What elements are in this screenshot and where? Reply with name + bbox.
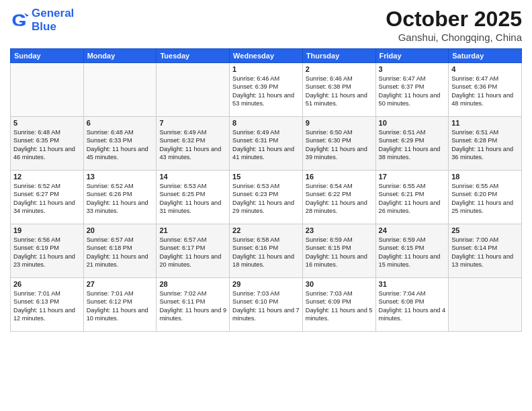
day-info: Daylight: 11 hours and 7 minutes. xyxy=(232,306,300,323)
day-info: Sunrise: 6:59 AM xyxy=(306,236,373,244)
day-info: Sunrise: 6:51 AM xyxy=(379,128,446,136)
day-number: 17 xyxy=(379,173,446,181)
day-info: Sunrise: 6:53 AM xyxy=(232,182,300,190)
day-info: Sunset: 6:28 PM xyxy=(451,136,519,144)
calendar-cell: 7Sunrise: 6:49 AMSunset: 6:32 PMDaylight… xyxy=(157,117,230,171)
col-friday: Friday xyxy=(375,49,449,63)
title-area: October 2025 Ganshui, Chongqing, China xyxy=(386,7,522,43)
day-number: 27 xyxy=(87,280,154,288)
day-info: Sunset: 6:14 PM xyxy=(451,244,519,252)
day-info: Sunset: 6:26 PM xyxy=(87,190,154,198)
day-info: Daylight: 11 hours and 18 minutes. xyxy=(232,253,300,269)
day-info: Daylight: 11 hours and 34 minutes. xyxy=(13,199,81,216)
day-info: Daylight: 11 hours and 25 minutes. xyxy=(451,199,519,216)
calendar-cell: 5Sunrise: 6:48 AMSunset: 6:35 PMDaylight… xyxy=(11,117,84,171)
calendar-cell: 15Sunrise: 6:53 AMSunset: 6:23 PMDayligh… xyxy=(230,171,303,224)
calendar-cell: 3Sunrise: 6:47 AMSunset: 6:37 PMDaylight… xyxy=(375,63,449,117)
day-info: Sunset: 6:27 PM xyxy=(13,190,81,198)
calendar-cell: 10Sunrise: 6:51 AMSunset: 6:29 PMDayligh… xyxy=(375,117,449,171)
calendar-cell: 22Sunrise: 6:58 AMSunset: 6:16 PMDayligh… xyxy=(230,224,303,278)
col-monday: Monday xyxy=(83,49,157,63)
day-info: Sunrise: 6:55 AM xyxy=(379,182,446,190)
day-info: Sunset: 6:39 PM xyxy=(232,83,300,91)
calendar-week-2: 5Sunrise: 6:48 AMSunset: 6:35 PMDaylight… xyxy=(11,117,522,171)
day-info: Sunset: 6:33 PM xyxy=(87,136,154,144)
calendar-week-4: 19Sunrise: 6:56 AMSunset: 6:19 PMDayligh… xyxy=(11,224,522,278)
day-info: Daylight: 11 hours and 15 minutes. xyxy=(379,253,446,269)
day-number: 22 xyxy=(232,226,300,234)
day-info: Daylight: 11 hours and 38 minutes. xyxy=(379,145,446,162)
day-info: Sunrise: 6:57 AM xyxy=(159,236,226,244)
calendar-cell: 31Sunrise: 7:04 AMSunset: 6:08 PMDayligh… xyxy=(375,278,449,332)
day-info: Sunrise: 7:01 AM xyxy=(87,289,154,298)
day-number: 7 xyxy=(159,119,226,127)
calendar-cell: 20Sunrise: 6:57 AMSunset: 6:18 PMDayligh… xyxy=(83,224,157,278)
day-info: Sunrise: 6:48 AM xyxy=(87,128,154,136)
day-info: Daylight: 11 hours and 21 minutes. xyxy=(87,253,154,269)
day-info: Sunrise: 6:49 AM xyxy=(159,128,226,136)
day-info: Sunrise: 7:01 AM xyxy=(13,289,81,298)
day-info: Sunset: 6:31 PM xyxy=(232,136,300,144)
day-number: 20 xyxy=(87,226,154,234)
day-info: Sunset: 6:17 PM xyxy=(159,244,226,252)
day-info: Sunset: 6:09 PM xyxy=(306,298,373,306)
calendar-cell: 29Sunrise: 7:03 AMSunset: 6:10 PMDayligh… xyxy=(230,278,303,332)
day-info: Sunset: 6:15 PM xyxy=(306,244,373,252)
day-info: Sunrise: 6:52 AM xyxy=(87,182,154,190)
day-info: Sunset: 6:38 PM xyxy=(306,83,373,91)
calendar-cell: 4Sunrise: 6:47 AMSunset: 6:36 PMDaylight… xyxy=(449,63,522,117)
day-info: Sunset: 6:20 PM xyxy=(451,190,519,198)
col-saturday: Saturday xyxy=(449,49,522,63)
calendar-cell: 30Sunrise: 7:03 AMSunset: 6:09 PMDayligh… xyxy=(302,278,375,332)
day-number: 6 xyxy=(87,119,154,127)
day-info: Sunset: 6:22 PM xyxy=(306,190,373,198)
day-info: Daylight: 11 hours and 26 minutes. xyxy=(379,199,446,216)
calendar-cell: 14Sunrise: 6:53 AMSunset: 6:25 PMDayligh… xyxy=(157,171,230,224)
day-info: Sunset: 6:32 PM xyxy=(159,136,226,144)
calendar-cell: 16Sunrise: 6:54 AMSunset: 6:22 PMDayligh… xyxy=(302,171,375,224)
day-number: 15 xyxy=(232,173,300,181)
day-number: 31 xyxy=(379,280,446,288)
day-info: Daylight: 11 hours and 45 minutes. xyxy=(87,145,154,162)
day-info: Daylight: 11 hours and 50 minutes. xyxy=(379,91,446,108)
day-info: Sunset: 6:30 PM xyxy=(306,136,373,144)
day-info: Sunrise: 6:55 AM xyxy=(451,182,519,190)
day-info: Sunrise: 6:51 AM xyxy=(451,128,519,136)
day-number: 14 xyxy=(159,173,226,181)
day-number: 3 xyxy=(379,65,446,73)
day-info: Sunset: 6:10 PM xyxy=(232,298,300,306)
day-info: Daylight: 11 hours and 23 minutes. xyxy=(13,253,81,269)
page: General Blue October 2025 Ganshui, Chong… xyxy=(0,0,532,411)
calendar-cell: 24Sunrise: 6:59 AMSunset: 6:15 PMDayligh… xyxy=(375,224,449,278)
day-number: 23 xyxy=(306,226,373,234)
calendar-cell: 19Sunrise: 6:56 AMSunset: 6:19 PMDayligh… xyxy=(11,224,84,278)
day-info: Daylight: 11 hours and 20 minutes. xyxy=(159,253,226,269)
day-info: Sunrise: 7:02 AM xyxy=(159,289,226,298)
logo: General Blue xyxy=(10,7,74,34)
day-info: Sunset: 6:23 PM xyxy=(232,190,300,198)
day-info: Sunrise: 6:56 AM xyxy=(13,236,81,244)
day-info: Sunrise: 6:59 AM xyxy=(379,236,446,244)
day-info: Sunset: 6:12 PM xyxy=(87,298,154,306)
day-info: Sunset: 6:13 PM xyxy=(13,298,81,306)
calendar-cell xyxy=(11,63,84,117)
day-number: 25 xyxy=(451,226,519,234)
day-info: Sunset: 6:18 PM xyxy=(87,244,154,252)
calendar-cell: 27Sunrise: 7:01 AMSunset: 6:12 PMDayligh… xyxy=(83,278,157,332)
day-info: Daylight: 11 hours and 46 minutes. xyxy=(13,145,81,162)
day-number: 30 xyxy=(306,280,373,288)
day-info: Sunrise: 7:03 AM xyxy=(232,289,300,298)
calendar-week-1: 1Sunrise: 6:46 AMSunset: 6:39 PMDaylight… xyxy=(11,63,522,117)
calendar-cell: 18Sunrise: 6:55 AMSunset: 6:20 PMDayligh… xyxy=(449,171,522,224)
day-info: Sunset: 6:21 PM xyxy=(379,190,446,198)
col-thursday: Thursday xyxy=(302,49,375,63)
day-info: Sunrise: 6:58 AM xyxy=(232,236,300,244)
calendar-cell: 8Sunrise: 6:49 AMSunset: 6:31 PMDaylight… xyxy=(230,117,303,171)
calendar-week-5: 26Sunrise: 7:01 AMSunset: 6:13 PMDayligh… xyxy=(11,278,522,332)
day-info: Daylight: 11 hours and 53 minutes. xyxy=(232,91,300,108)
day-number: 21 xyxy=(159,226,226,234)
calendar-cell: 21Sunrise: 6:57 AMSunset: 6:17 PMDayligh… xyxy=(157,224,230,278)
logo-text: General Blue xyxy=(32,7,74,34)
day-info: Daylight: 11 hours and 51 minutes. xyxy=(306,91,373,108)
day-info: Sunrise: 6:46 AM xyxy=(232,75,300,83)
